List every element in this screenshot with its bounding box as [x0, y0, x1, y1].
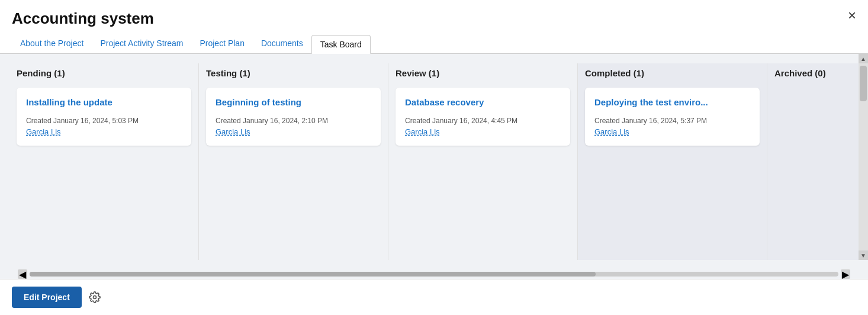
task-meta: Created January 16, 2024, 2:10 PM: [216, 117, 371, 125]
close-button[interactable]: ×: [848, 8, 856, 22]
scrollbar-area: ◀ ▶: [0, 269, 868, 279]
svg-point-0: [93, 296, 96, 299]
task-meta: Created January 16, 2024, 5:37 PM: [594, 117, 750, 125]
kanban-column-pending: Pending (1)Installing the updateCreated …: [9, 63, 199, 260]
settings-button[interactable]: [89, 291, 101, 303]
kanban-column-completed: Completed (1)Deploying the test enviro..…: [578, 63, 767, 260]
tab-activity[interactable]: Project Activity Stream: [92, 34, 191, 54]
tab-plan[interactable]: Project Plan: [191, 34, 252, 54]
column-header-pending: Pending (1): [17, 63, 191, 88]
scroll-down-arrow[interactable]: ▼: [859, 250, 868, 260]
main-content: Pending (1)Installing the updateCreated …: [0, 54, 868, 269]
task-author[interactable]: Garcia Lis: [405, 127, 561, 136]
kanban-column-testing: Testing (1)Beginning of testingCreated J…: [199, 63, 388, 260]
task-title: Installing the update: [26, 97, 182, 107]
scroll-left-arrow[interactable]: ◀: [18, 269, 27, 279]
app-container: Accounting system × About the ProjectPro…: [0, 0, 868, 315]
column-header-completed: Completed (1): [585, 63, 760, 88]
vertical-scrollbar[interactable]: ▲ ▼: [859, 54, 868, 260]
column-header-testing: Testing (1): [206, 63, 381, 88]
gear-icon: [89, 291, 101, 303]
task-meta: Created January 16, 2024, 4:45 PM: [405, 117, 561, 125]
column-header-archived: Archived (0): [774, 63, 868, 88]
column-header-review: Review (1): [396, 63, 570, 88]
task-card[interactable]: Beginning of testingCreated January 16, …: [206, 88, 381, 146]
task-author[interactable]: Garcia Lis: [216, 127, 371, 136]
tab-documents[interactable]: Documents: [253, 34, 311, 54]
task-card[interactable]: Deploying the test enviro...Created Janu…: [585, 88, 760, 146]
kanban-column-review: Review (1)Database recoveryCreated Janua…: [388, 63, 578, 260]
footer: Edit Project: [0, 279, 868, 315]
task-title: Deploying the test enviro...: [594, 97, 750, 107]
task-author[interactable]: Garcia Lis: [594, 127, 750, 136]
scroll-thumb[interactable]: [860, 66, 867, 101]
task-card[interactable]: Database recoveryCreated January 16, 202…: [396, 88, 570, 146]
app-title: Accounting system: [12, 9, 856, 28]
task-meta: Created January 16, 2024, 5:03 PM: [26, 117, 182, 125]
task-title: Beginning of testing: [216, 97, 371, 107]
task-title: Database recovery: [405, 97, 561, 107]
tab-taskboard[interactable]: Task Board: [311, 35, 371, 54]
scroll-right-arrow[interactable]: ▶: [841, 269, 850, 279]
kanban-board[interactable]: Pending (1)Installing the updateCreated …: [0, 54, 868, 269]
header: Accounting system ×: [0, 0, 868, 34]
kanban-column-archived: Archived (0): [767, 63, 868, 260]
tab-about[interactable]: About the Project: [12, 34, 92, 54]
tabs-bar: About the ProjectProject Activity Stream…: [0, 34, 868, 54]
scroll-up-arrow[interactable]: ▲: [859, 54, 868, 63]
horizontal-scroll-thumb[interactable]: [30, 272, 596, 277]
task-card[interactable]: Installing the updateCreated January 16,…: [17, 88, 191, 146]
edit-project-button[interactable]: Edit Project: [12, 287, 82, 308]
task-author[interactable]: Garcia Lis: [26, 127, 182, 136]
